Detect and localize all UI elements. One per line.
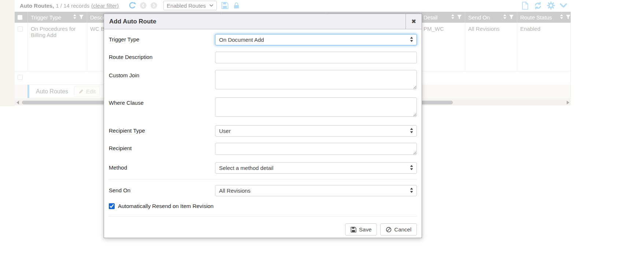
recipient-type-value: User	[219, 128, 231, 134]
pencil-icon	[78, 89, 84, 94]
cancel-button-label: Cancel	[394, 226, 411, 233]
edit-button-label: Edit	[86, 88, 96, 94]
resend-checkbox-row: Automatically Resend on Item Revision	[109, 203, 417, 209]
sort-icon[interactable]	[559, 14, 564, 21]
save-view-icon[interactable]	[221, 2, 229, 9]
lock-icon[interactable]	[233, 2, 240, 9]
send-on-select[interactable]: All Revisions	[215, 185, 417, 196]
cell-send-on: All Revisions	[465, 23, 517, 71]
section-divider	[109, 179, 417, 179]
add-auto-route-dialog: Add Auto Route ✖ Trigger Type On Documen…	[104, 14, 422, 238]
row-checkbox[interactable]	[18, 26, 23, 31]
save-floppy-icon	[351, 227, 356, 233]
cell-trigger-type: On Procedures for Billing Add	[28, 23, 87, 71]
cancel-button[interactable]: Cancel	[380, 223, 417, 236]
trigger-type-value: On Document Add	[219, 37, 264, 43]
trigger-type-select[interactable]: On Document Add	[215, 34, 417, 45]
method-select[interactable]: Select a method detail	[215, 162, 417, 174]
field-label-where-clause: Where Clause	[109, 97, 215, 106]
field-label-recipient-type: Recipient Type	[109, 125, 215, 134]
undo-icon[interactable]	[128, 1, 136, 10]
view-filter-value: Enabled Routes	[167, 3, 206, 9]
column-label: Detail	[423, 14, 437, 21]
header-detail[interactable]: Detail	[421, 12, 465, 23]
toolbar-right-icons	[521, 1, 569, 10]
header-send-on[interactable]: Send On	[465, 12, 517, 23]
close-icon[interactable]: ✖	[406, 14, 422, 29]
save-button-label: Save	[359, 226, 371, 233]
send-on-value: All Revisions	[219, 188, 251, 194]
gear-icon[interactable]	[547, 1, 555, 10]
field-label-trigger-type: Trigger Type	[109, 34, 215, 42]
column-label: Route Status	[520, 14, 552, 21]
method-value: Select a method detail	[219, 165, 273, 171]
header-select-all-cell	[15, 12, 28, 23]
select-updown-icon	[410, 164, 414, 171]
sort-icon[interactable]	[73, 14, 77, 21]
new-record-icon[interactable]	[521, 1, 529, 10]
field-label-recipient: Recipient	[109, 143, 215, 151]
refresh-icon[interactable]	[534, 1, 542, 10]
filter-funnel-icon[interactable]	[566, 14, 571, 21]
app-root: Auto Routes, 1 / 14 records (clear filte…	[0, 0, 644, 267]
column-label: Send On	[468, 14, 490, 21]
prev-record-icon[interactable]	[140, 2, 147, 9]
dialog-header: Add Auto Route ✖	[104, 14, 422, 29]
select-updown-icon	[410, 36, 414, 43]
next-record-icon[interactable]	[150, 2, 158, 9]
sort-icon[interactable]	[503, 14, 507, 21]
edit-button[interactable]: Edit	[74, 86, 100, 97]
header-route-status[interactable]: Route Status	[517, 12, 571, 23]
dialog-title: Add Auto Route	[104, 14, 406, 29]
chevron-down-icon	[209, 4, 214, 7]
resend-checkbox-label[interactable]: Automatically Resend on Item Revision	[118, 203, 214, 209]
custom-join-textarea[interactable]	[215, 70, 417, 89]
subpanel-label: Auto Routes	[36, 88, 68, 95]
column-label: Trigger Type	[31, 14, 61, 21]
route-description-input[interactable]	[215, 52, 417, 63]
filter-funnel-icon[interactable]	[457, 14, 462, 21]
cell-route-status: Enabled	[517, 23, 571, 71]
dialog-body: Trigger Type On Document Add Route Descr…	[104, 29, 422, 240]
scroll-left-arrow[interactable]	[15, 100, 21, 105]
row-checkbox[interactable]	[18, 75, 23, 80]
dialog-footer: Save Cancel	[109, 223, 417, 236]
grid-title: Auto Routes,	[20, 3, 54, 9]
clear-filter-link[interactable]: (clear filter)	[91, 3, 119, 9]
field-label-route-description: Route Description	[109, 52, 215, 60]
recipient-textarea[interactable]	[215, 143, 417, 155]
cell-detail: PM_WC	[421, 23, 465, 71]
footer-divider	[109, 216, 417, 216]
grid-toolbar: Auto Routes, 1 / 14 records (clear filte…	[15, 0, 571, 11]
scroll-right-arrow[interactable]	[565, 100, 571, 105]
recipient-type-select[interactable]: User	[215, 125, 417, 137]
select-updown-icon	[410, 127, 414, 134]
field-label-send-on: Send On	[109, 185, 215, 193]
record-count: 1 / 14 records	[56, 3, 89, 9]
left-margin	[0, 0, 15, 106]
field-label-custom-join: Custom Join	[109, 70, 215, 78]
collapse-chevron-icon[interactable]	[560, 3, 567, 8]
filter-funnel-icon[interactable]	[79, 14, 84, 21]
resend-checkbox[interactable]	[109, 203, 115, 209]
sort-icon[interactable]	[451, 14, 455, 21]
cancel-slash-icon	[386, 227, 392, 233]
save-button[interactable]: Save	[345, 223, 377, 236]
header-trigger-type[interactable]: Trigger Type	[28, 12, 87, 23]
select-all-checkbox[interactable]	[18, 15, 22, 20]
field-label-method: Method	[109, 162, 215, 171]
filter-funnel-icon[interactable]	[509, 14, 514, 21]
where-clause-textarea[interactable]	[215, 97, 417, 117]
view-filter-select[interactable]: Enabled Routes	[163, 1, 217, 10]
select-updown-icon	[410, 187, 414, 194]
